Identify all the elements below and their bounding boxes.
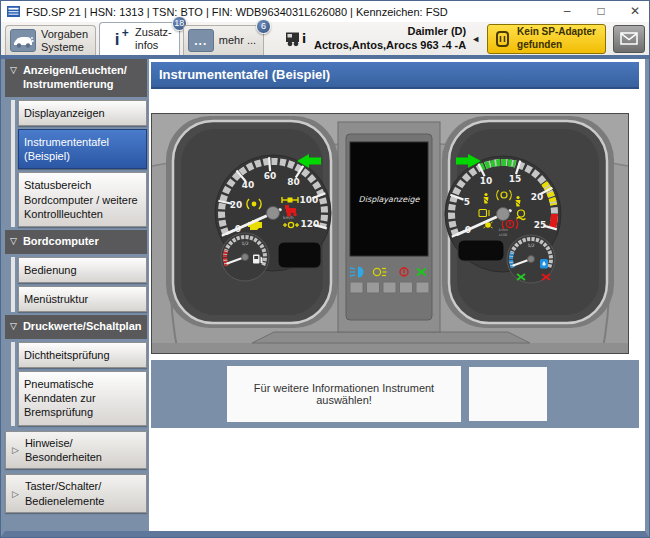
tab-label: Vorgaben Systeme bbox=[41, 28, 88, 53]
svg-text:25: 25 bbox=[534, 220, 547, 230]
maximize-button[interactable]: □ bbox=[587, 1, 615, 22]
titlebar: FSD.SP 21 | HSN: 1313 | TSN: BTO | FIN: … bbox=[1, 1, 649, 22]
vehicle-brand: Daimler (D) bbox=[314, 25, 466, 38]
vehicle-text: Daimler (D) Actros,Antos,Arocs 963 -4 -A bbox=[314, 25, 466, 51]
tab-label: Zusatz- infos bbox=[135, 26, 172, 51]
truck-info-icon: i bbox=[285, 30, 309, 47]
svg-text:20: 20 bbox=[531, 192, 544, 202]
sidebar-item-pneumatische-kenndaten[interactable]: Pneumatische Kenndaten zur Bremsprüfung bbox=[18, 371, 147, 426]
odometer-lcd bbox=[278, 242, 321, 268]
svg-text:60: 60 bbox=[264, 171, 277, 181]
tab-vorgaben-systeme[interactable]: Vorgaben Systeme bbox=[5, 25, 96, 55]
info-plus-icon: i+ bbox=[104, 28, 130, 51]
svg-text:x100: x100 bbox=[499, 233, 507, 237]
car-icon bbox=[10, 29, 36, 52]
tacho-red-zone bbox=[553, 214, 555, 228]
svg-text:80: 80 bbox=[287, 177, 300, 187]
sidebar-item-instrumententafel[interactable]: Instrumententafel (Beispiel) bbox=[18, 129, 147, 170]
chevron-expanded-icon: ▽ bbox=[10, 319, 17, 333]
display-buttons[interactable] bbox=[350, 282, 429, 293]
sidebar-section-hinweise[interactable]: ▷ Hinweise/ Besonderheiten bbox=[5, 431, 147, 470]
content-area: Instrumententafel (Beispiel) bbox=[149, 59, 645, 531]
sidebar: ▽ Anzeigen/Leuchten/ Instrumentierung Di… bbox=[5, 59, 149, 531]
tab-label: mehr ... bbox=[219, 34, 256, 47]
ellipsis-icon: ... bbox=[188, 29, 214, 52]
minimize-button[interactable]: – bbox=[553, 1, 581, 22]
section-header-druckwerte[interactable]: ▽ Druckwerte/Schaltplan bbox=[5, 315, 147, 338]
fuel-half-label: 1/2 bbox=[241, 241, 248, 246]
svg-text:40: 40 bbox=[242, 180, 255, 190]
chevron-expanded-icon: ▽ bbox=[10, 63, 17, 77]
vehicle-selector[interactable]: i Daimler (D) Actros,Antos,Arocs 963 -4 … bbox=[285, 25, 480, 51]
secondary-info-box bbox=[469, 367, 547, 421]
sidebar-item-bedienung[interactable]: Bedienung bbox=[18, 257, 147, 283]
instrument-panel-image[interactable]: Displayanzeige bbox=[151, 113, 629, 354]
sidebar-section-anzeigen: ▽ Anzeigen/Leuchten/ Instrumentierung Di… bbox=[5, 59, 147, 227]
content-filler bbox=[151, 428, 639, 531]
section-header-anzeigen[interactable]: ▽ Anzeigen/Leuchten/ Instrumentierung bbox=[5, 59, 147, 97]
sidebar-item-menuestruktur[interactable]: Menüstruktur bbox=[18, 286, 147, 312]
vehicle-model: Actros,Antos,Arocs 963 -4 -A bbox=[314, 39, 466, 52]
app-icon bbox=[7, 6, 20, 17]
envelope-icon bbox=[620, 32, 638, 45]
steering-column-cover bbox=[252, 332, 530, 343]
sidebar-section-taster-schalter[interactable]: ▷ Taster/Schalter/ Bedienelemente bbox=[5, 474, 147, 513]
svg-text:120: 120 bbox=[301, 219, 320, 229]
svg-text:5: 5 bbox=[464, 197, 470, 207]
app-window: FSD.SP 21 | HSN: 1313 | TSN: BTO | FIN: … bbox=[0, 0, 650, 538]
tab-zusatzinfos[interactable]: i+ Zusatz- infos 18 bbox=[99, 22, 180, 55]
adblue-icon bbox=[540, 259, 548, 269]
tab-mehr[interactable]: ... mehr ... 6 bbox=[183, 25, 264, 55]
svg-text:100: 100 bbox=[300, 195, 319, 205]
sidebar-section-bordcomputer: ▽ Bordcomputer Bedienung Menüstruktur bbox=[5, 230, 147, 312]
toolbar: Vorgaben Systeme i+ Zusatz- infos 18 ...… bbox=[1, 22, 649, 59]
main-area: ▽ Anzeigen/Leuchten/ Instrumentierung Di… bbox=[1, 59, 649, 537]
page-title: Instrumententafel (Beispiel) bbox=[151, 62, 639, 89]
sidebar-item-dichtheitspruefung[interactable]: Dichtheitsprüfung bbox=[18, 342, 147, 368]
speedometer-gauge[interactable]: 0 20 40 60 80 100 120 bbox=[173, 121, 331, 323]
fuel-gauge[interactable]: 1/2 bbox=[221, 233, 269, 281]
speedo-unit: km/h bbox=[283, 215, 294, 220]
tacho-lcd bbox=[458, 240, 504, 261]
sp-adapter-button[interactable]: Kein SP-Adapter gefunden bbox=[487, 24, 606, 54]
window-title: FSD.SP 21 | HSN: 1313 | TSN: BTO | FIN: … bbox=[26, 6, 547, 18]
svg-text:i: i bbox=[302, 32, 306, 46]
sidebar-section-druckwerte: ▽ Druckwerte/Schaltplan Dichtheitsprüfun… bbox=[5, 315, 147, 425]
display-label: Displayanzeige bbox=[359, 195, 421, 204]
collapse-arrow-icon[interactable]: ◄ bbox=[471, 34, 480, 44]
tab-badge: 6 bbox=[256, 19, 271, 34]
hint-message-box: Für weitere Informationen Instrument aus… bbox=[227, 366, 461, 422]
chevron-expanded-icon: ▽ bbox=[10, 234, 17, 248]
adapter-plug-icon bbox=[494, 28, 512, 50]
close-button[interactable]: ✕ bbox=[621, 1, 649, 22]
svg-text:20: 20 bbox=[230, 200, 243, 210]
sidebar-item-statusbereich[interactable]: Statusbereich Bordcomputer / weitere Kon… bbox=[18, 172, 147, 227]
svg-text:1/min: 1/min bbox=[498, 228, 508, 232]
section-header-bordcomputer[interactable]: ▽ Bordcomputer bbox=[5, 230, 147, 253]
tachometer-gauge[interactable]: 0 5 10 15 20 25 bbox=[445, 121, 607, 323]
svg-text:10: 10 bbox=[480, 176, 493, 186]
hint-band: Für weitere Informationen Instrument aus… bbox=[151, 360, 639, 428]
tacho-unit: 1/min x100 bbox=[498, 228, 508, 237]
chevron-collapsed-icon: ▷ bbox=[12, 489, 19, 499]
sidebar-item-displayanzeigen[interactable]: Displayanzeigen bbox=[18, 100, 147, 126]
adapter-label: Kein SP-Adapter gefunden bbox=[517, 26, 596, 51]
center-display[interactable]: Displayanzeige bbox=[338, 122, 440, 332]
adblue-half-label: 1/2 bbox=[527, 243, 534, 248]
svg-text:15: 15 bbox=[509, 174, 522, 184]
mail-button[interactable] bbox=[613, 25, 645, 53]
chevron-collapsed-icon: ▷ bbox=[12, 445, 19, 455]
